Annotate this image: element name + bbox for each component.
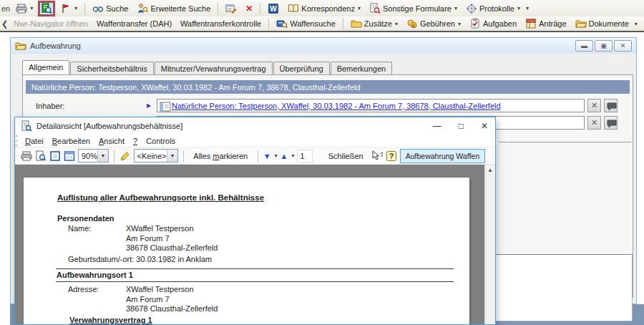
marker-select[interactable]: <Keine> ▼ [134, 149, 178, 162]
next-page-icon[interactable]: ▼ [263, 152, 271, 160]
aufbewahrung-waffen-button[interactable]: Aufbewahrung Waffen [400, 149, 485, 163]
delete-button[interactable]: ✕ [242, 1, 256, 16]
dokumente-button[interactable]: Dokumente [572, 16, 633, 31]
person-card-icon [160, 101, 169, 110]
minimize-button[interactable]: ▬ [575, 40, 593, 52]
word-button[interactable]: W [264, 1, 283, 16]
page-layout-view-icon[interactable] [64, 150, 75, 162]
schliessen-button[interactable]: Schließen [323, 150, 369, 162]
waffentransfer-button[interactable]: Waffentransfer (DAH) [93, 16, 175, 31]
highlighter-icon[interactable] [119, 150, 131, 162]
flag-button[interactable]: ▾ [57, 1, 81, 16]
aufgaben-label: Aufgaben [483, 19, 517, 28]
toolbar-overflow-icon[interactable]: ▾ [635, 21, 638, 27]
print-preview-icon[interactable] [35, 150, 47, 162]
nwr-navigator-label: Nwr-Navigator öffnen [14, 19, 88, 28]
combo-arrow-icon: ▼ [97, 150, 108, 162]
protokolle-label: Protokolle [479, 4, 514, 13]
advanced-search-icon [137, 3, 148, 14]
folder-plus-icon [351, 18, 362, 29]
suche-button[interactable]: Suche [89, 1, 132, 16]
report-ort-heading: Aufbewahrungsort 1 [57, 271, 133, 279]
single-page-view-icon[interactable] [49, 150, 61, 162]
properties-button[interactable] [222, 1, 240, 16]
nwr-navigator-button[interactable]: Nwr-Navigator öffnen [10, 16, 92, 31]
tab-mitnutzer-verwahrungsvertrag[interactable]: Mitnutzer/Verwahrungsvertrag [155, 62, 273, 75]
form-search-icon [369, 3, 381, 14]
printer-icon[interactable] [21, 150, 32, 162]
gebuehren-label: Gebühren [420, 19, 455, 28]
inhaber-clear-button[interactable]: ✕ [587, 99, 601, 112]
select-all-button[interactable]: Alles markieren [188, 150, 253, 162]
applications-icon [525, 18, 537, 29]
report-page: Auflistung aller Aufbewahrungsorte inkl.… [24, 178, 469, 324]
dropdown-icon[interactable]: ▾ [275, 152, 278, 159]
dialog-window-controls: — □ ✕ [433, 121, 488, 131]
toolbar-overflow-icon[interactable]: ▾ [526, 5, 529, 11]
zusaetze-label: Zusätze [364, 19, 392, 28]
toolbar-row-1: en ▾ ▾ Suche Erweiterte Suche [0, 0, 644, 16]
menu-ansicht[interactable]: Ansicht [99, 137, 125, 145]
tab-sicherheitsbehaeltnis[interactable]: Sicherheitsbehältnis [70, 62, 153, 75]
dialog-close-button[interactable]: ✕ [481, 121, 488, 131]
context-help-cursor-icon[interactable]: ? [371, 150, 383, 162]
window-title: Aufbewahrung [30, 42, 81, 50]
protokolle-button[interactable]: Protokolle▾ [462, 1, 524, 16]
maximize-button[interactable]: ▣ [595, 40, 613, 52]
marker-value: <Keine> [137, 152, 167, 160]
menu-bearbeiten[interactable]: Bearbeiten [52, 137, 90, 145]
page-number-field[interactable]: 1 [297, 150, 313, 162]
tab-ueberpruefung[interactable]: Überprüfung [273, 62, 330, 75]
erweiterte-suche-button[interactable]: Erweiterte Suche [133, 1, 214, 16]
report-adresse-label: Adresse: [68, 285, 99, 294]
glasses-icon [92, 3, 104, 14]
waffensuche-button[interactable]: Waffensuche [273, 16, 339, 31]
vertical-scrollbar[interactable]: ▲ [484, 165, 495, 324]
window-titlebar[interactable]: Aufbewahrung ▬ ▣ ✕ [11, 38, 636, 54]
zoom-select[interactable]: 90% ▼ [78, 149, 109, 162]
tab-strip: Allgemein Sicherheitsbehältnis Mitnutzer… [22, 60, 393, 75]
inhaber-field[interactable]: Natürliche Person: Testperson, XWaffel, … [157, 99, 585, 112]
menu-hilfe[interactable]: ? [133, 137, 137, 145]
adresse-comment-button[interactable] [604, 116, 618, 130]
gebuehren-button[interactable]: € Gebühren▾ [403, 16, 464, 31]
inhaber-comment-button[interactable] [604, 99, 618, 112]
sonstige-formulare-button[interactable]: Sonstige Formulare▾ [366, 1, 461, 16]
separator [84, 3, 85, 14]
toolbar-row-2: ❮ Nwr-Navigator öffnen Waffentransfer (D… [0, 16, 644, 31]
dialog-titlebar[interactable]: Detailansicht [Aufbewahrungsbehältnisse]… [15, 117, 495, 135]
tab-allgemein[interactable]: Allgemein [22, 60, 69, 75]
dialog-minimize-button[interactable]: — [433, 121, 441, 131]
menu-controls[interactable]: Controls [146, 137, 175, 145]
report-name-label: Name: [68, 224, 91, 233]
print-button[interactable]: ▾ [12, 1, 36, 16]
detailansicht-dialog: Detailansicht [Aufbewahrungsbehältnisse]… [14, 117, 496, 325]
aufgaben-button[interactable]: Aufgaben [466, 16, 520, 31]
zusaetze-button[interactable]: Zusätze▾ [347, 16, 401, 31]
previous-page-icon[interactable]: ▲ [280, 152, 288, 160]
person-header-text: Natürliche Person: Testperson, XWaffel, … [31, 83, 361, 92]
inhaber-link[interactable]: Natürliche Person: Testperson, XWaffel, … [172, 102, 501, 110]
dialog-maximize-button[interactable]: □ [459, 121, 464, 131]
help-icon[interactable]: ? [386, 150, 397, 162]
antraege-button[interactable]: Anträge [522, 16, 570, 31]
word-icon: W [268, 3, 279, 14]
report-adresse-value: XWaffel Testperson Am Forum 7 38678 Clau… [126, 285, 218, 314]
suche-label: Suche [106, 4, 128, 13]
inhaber-row: Inhaber: ▶ Natürliche Person: Testperson… [36, 99, 623, 112]
menu-datei[interactable]: Datei [25, 137, 44, 145]
tab-bemerkungen[interactable]: Bemerkungen [331, 62, 393, 75]
korrespondenz-button[interactable]: Korrespondenz▾ [284, 1, 364, 16]
protocol-icon [466, 3, 477, 14]
adresse-clear-button[interactable]: ✕ [587, 116, 601, 130]
close-button[interactable]: ✕ [614, 40, 632, 52]
svg-text:?: ? [389, 152, 394, 160]
dropdown-icon[interactable]: ▾ [291, 152, 294, 159]
scroll-up-icon[interactable]: ▲ [485, 165, 495, 175]
weapon-search-icon [276, 18, 288, 29]
combo-arrow-icon: ▼ [167, 150, 177, 162]
detail-view-button-highlighted[interactable] [38, 1, 55, 16]
korrespondenz-label: Korrespondenz [301, 4, 355, 13]
dropdown-icon: ▾ [30, 5, 33, 11]
waffentransferkontrolle-button[interactable]: Waffentransferkontrolle [177, 16, 265, 31]
